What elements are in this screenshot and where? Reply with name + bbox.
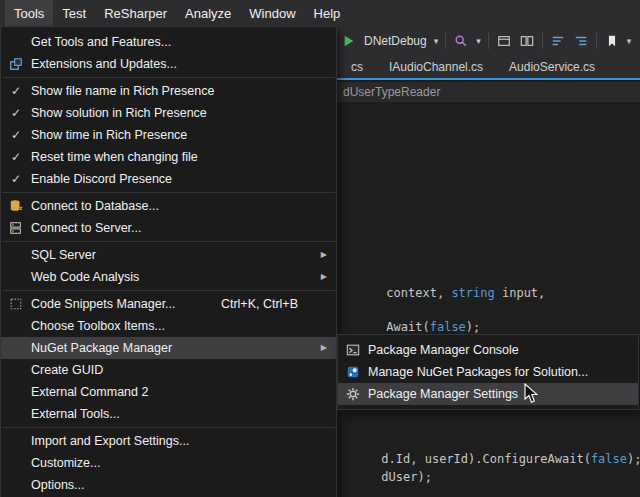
menu-item-sql-server[interactable]: SQL Server ▶ — [1, 244, 336, 266]
tab-audioservice[interactable]: AudioService.cs — [496, 56, 608, 78]
toolbar-overflow-chevron-icon[interactable]: ▾ — [627, 37, 632, 46]
menu-separator — [2, 77, 335, 78]
submenu-arrow-icon: ▶ — [321, 273, 327, 281]
menu-item-create-guid[interactable]: Create GUID — [1, 359, 336, 381]
checkmark-icon: ✓ — [11, 172, 21, 186]
menu-item-connect-to-database[interactable]: Connect to Database... — [1, 195, 336, 217]
checkmark-icon: ✓ — [11, 150, 21, 164]
code-line: se); — [338, 486, 410, 497]
gear-icon — [338, 387, 368, 401]
toolbar-separator — [542, 33, 543, 49]
checkmark-icon: ✓ — [11, 128, 21, 142]
menu-separator — [2, 192, 335, 193]
submenu-arrow-icon: ▶ — [321, 251, 327, 259]
chevron-down-icon[interactable]: ▾ — [476, 37, 481, 46]
submenu-item-package-manager-settings[interactable]: Package Manager Settings — [338, 383, 638, 405]
mouse-cursor — [524, 383, 538, 404]
menu-item-show-file-name[interactable]: ✓ Show file name in Rich Presence — [1, 80, 336, 102]
toolbar-separator — [488, 33, 489, 49]
menubar-item-window[interactable]: Window — [240, 0, 304, 26]
visual-studio-window: Tools Test ReSharper Analyze Window Help… — [0, 0, 640, 497]
menubar-item-test[interactable]: Test — [53, 0, 95, 26]
menu-item-options[interactable]: Options... — [1, 474, 336, 496]
menu-item-external-tools[interactable]: External Tools... — [1, 403, 336, 425]
tab-partial[interactable]: cs — [338, 56, 376, 78]
checkmark-icon: ✓ — [11, 106, 21, 120]
submenu-item-manage-nuget-packages[interactable]: Manage NuGet Packages for Solution... — [338, 361, 638, 383]
menubar-item-help[interactable]: Help — [305, 0, 350, 26]
menu-item-nuget-package-manager[interactable]: NuGet Package Manager ▶ — [1, 337, 336, 359]
submenu-item-package-manager-console[interactable]: Package Manager Console — [338, 339, 638, 361]
menubar-item-resharper[interactable]: ReSharper — [95, 0, 176, 26]
menubar-item-tools[interactable]: Tools — [5, 0, 53, 26]
menu-item-get-tools-and-features[interactable]: Get Tools and Features... — [1, 31, 336, 53]
database-icon — [1, 199, 31, 213]
menubar-item-analyze[interactable]: Analyze — [176, 0, 240, 26]
toolbar-separator — [445, 33, 446, 49]
menu-item-reset-time[interactable]: ✓ Reset time when changing file — [1, 146, 336, 168]
menu-separator — [2, 427, 335, 428]
menu-bar: Tools Test ReSharper Analyze Window Help — [0, 0, 640, 26]
debug-target-label[interactable]: DNetDebug — [364, 34, 427, 48]
new-window-icon[interactable] — [496, 33, 512, 49]
start-debug-icon[interactable] — [341, 33, 357, 49]
extensions-icon — [1, 57, 31, 71]
menu-item-import-and-export-settings[interactable]: Import and Export Settings... — [1, 430, 336, 452]
tab-iaudiochannel[interactable]: IAudioChannel.cs — [376, 56, 496, 78]
chevron-down-icon[interactable]: ▾ — [434, 37, 439, 46]
menu-item-code-snippets-manager[interactable]: Code Snippets Manager... Ctrl+K, Ctrl+B — [1, 293, 336, 315]
server-icon — [1, 221, 31, 235]
breadcrumb[interactable]: dUserTypeReader — [343, 85, 440, 99]
menu-item-show-solution[interactable]: ✓ Show solution in Rich Presence — [1, 102, 336, 124]
tools-menu-dropdown: Get Tools and Features... Extensions and… — [0, 26, 337, 497]
shortcut-label: Ctrl+K, Ctrl+B — [221, 297, 298, 311]
indent-icon[interactable] — [573, 33, 589, 49]
menu-item-connect-to-server[interactable]: Connect to Server... — [1, 217, 336, 239]
split-window-icon[interactable] — [519, 33, 535, 49]
menu-item-choose-toolbox-items[interactable]: Choose Toolbox Items... — [1, 315, 336, 337]
toolbar-separator — [596, 33, 597, 49]
find-icon[interactable] — [453, 33, 469, 49]
submenu-arrow-icon: ▶ — [321, 344, 327, 352]
nuget-packages-icon — [338, 365, 368, 379]
menu-item-web-code-analysis[interactable]: Web Code Analysis ▶ — [1, 266, 336, 288]
checkmark-icon: ✓ — [11, 84, 21, 98]
menu-item-enable-discord-presence[interactable]: ✓ Enable Discord Presence — [1, 168, 336, 190]
menu-item-external-command-2[interactable]: External Command 2 — [1, 381, 336, 403]
menu-item-show-time[interactable]: ✓ Show time in Rich Presence — [1, 124, 336, 146]
bookmark-icon[interactable] — [604, 33, 620, 49]
menu-separator — [2, 241, 335, 242]
menu-item-customize[interactable]: Customize... — [1, 452, 336, 474]
snippets-icon — [1, 297, 31, 311]
console-icon — [338, 343, 368, 357]
menu-item-extensions-and-updates[interactable]: Extensions and Updates... — [1, 53, 336, 75]
nuget-package-manager-submenu: Package Manager Console Manage NuGet Pac… — [337, 334, 639, 410]
menu-separator — [2, 290, 335, 291]
word-wrap-icon[interactable] — [550, 33, 566, 49]
